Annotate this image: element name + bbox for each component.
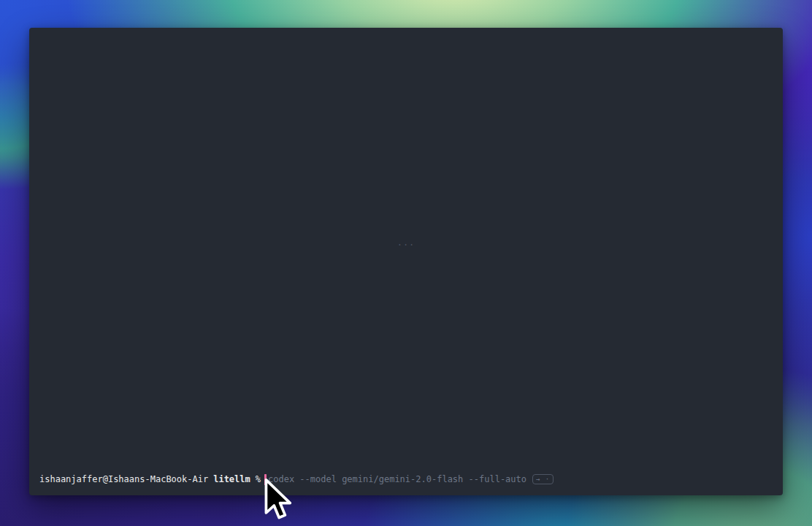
prompt-directory: litellm (213, 473, 250, 485)
prompt-user-host: ishaanjaffer@Ishaans-MacBook-Air (39, 473, 208, 485)
prompt-symbol: % (256, 473, 261, 485)
desktop: { "terminal": { "background_color": "#25… (0, 0, 812, 526)
text-cursor (264, 474, 267, 485)
accept-suggestion-key-hint: → · (532, 474, 554, 484)
loading-indicator: ... (397, 237, 415, 248)
command-suggestion: codex --model gemini/gemini-2.0-flash --… (268, 473, 526, 485)
terminal-window[interactable]: ... ishaanjaffer@Ishaans-MacBook-Air lit… (29, 28, 783, 495)
command-line[interactable]: ishaanjaffer@Ishaans-MacBook-Air litellm… (29, 473, 783, 495)
